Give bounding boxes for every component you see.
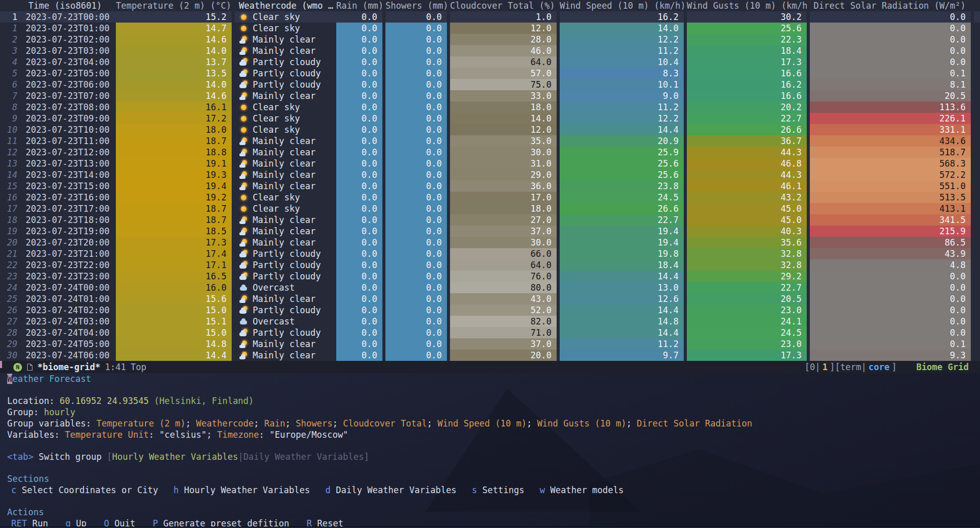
weather-clear-icon bbox=[239, 103, 249, 112]
weather-mainly-icon bbox=[239, 227, 249, 236]
workspace-indicator: [0| bbox=[805, 362, 821, 372]
cell-wind-gusts: 45.0 bbox=[687, 214, 810, 226]
cell-cloudcover: 17.0 bbox=[450, 192, 560, 203]
cell-wind-gusts: 35.6 bbox=[687, 237, 810, 248]
section-settings[interactable]: s Settings bbox=[472, 484, 524, 496]
cell-wind-speed: 14.4 bbox=[560, 124, 687, 135]
separator: ; bbox=[285, 418, 296, 429]
cell-solar-radiation: 331.1 bbox=[810, 124, 974, 135]
cell-rain: 0.0 bbox=[336, 90, 385, 101]
cell-wind-gusts: 23.0 bbox=[687, 338, 810, 350]
keybinding-label: Hourly Weather Variables bbox=[179, 485, 310, 495]
table-row: 14 2023-07-23T14:00 19.3 Mainly clear 0.… bbox=[0, 169, 980, 180]
cell-cloudcover: 57.0 bbox=[450, 68, 560, 79]
cell-weathercode: Mainly clear bbox=[235, 180, 336, 192]
cell-cloudcover: 37.0 bbox=[450, 226, 560, 237]
cell-cloudcover: 36.0 bbox=[450, 180, 560, 192]
cell-rain: 0.0 bbox=[336, 169, 385, 180]
cell-temperature: 18.5 bbox=[116, 226, 235, 237]
cell-solar-radiation: 551.0 bbox=[810, 180, 974, 192]
cell-rain: 0.0 bbox=[336, 124, 385, 135]
line-number: 5 bbox=[0, 68, 23, 79]
cell-wind-gusts: 32.8 bbox=[687, 259, 810, 271]
weather-mainly-icon bbox=[239, 148, 249, 157]
cell-rain: 0.0 bbox=[336, 327, 385, 338]
group-variable: Wind Gusts (10 m) bbox=[537, 418, 626, 429]
line-number: 8 bbox=[0, 101, 23, 113]
cell-solar-radiation: 0.1 bbox=[810, 338, 974, 350]
section-daily-weather-variables[interactable]: d Daily Weather Variables bbox=[325, 484, 457, 496]
cell-wind-speed: 12.2 bbox=[560, 34, 687, 45]
cell-temperature: 16.0 bbox=[116, 282, 235, 293]
section-select-coordinates-or-city[interactable]: c Select Coordinates or City bbox=[11, 484, 158, 496]
cell-wind-gusts: 32.8 bbox=[687, 248, 810, 259]
cell-weathercode: Partly cloudy bbox=[235, 248, 336, 259]
section-hourly-weather-variables[interactable]: h Hourly Weather Variables bbox=[174, 484, 310, 496]
cloud-icon bbox=[239, 221, 246, 224]
cell-weathercode: Mainly clear bbox=[235, 237, 336, 248]
cloud-icon bbox=[239, 62, 247, 66]
weather-partly-icon bbox=[239, 329, 249, 337]
cell-temperature: 14.8 bbox=[116, 338, 235, 350]
tab-option-hourly[interactable]: Hourly Weather Variables bbox=[112, 452, 238, 462]
cell-wind-gusts: 45.0 bbox=[687, 203, 810, 214]
table-row: 1 2023-07-23T01:00 14.7 Clear sky 0.0 0.… bbox=[0, 23, 980, 34]
keybinding[interactable]: s bbox=[472, 485, 477, 495]
cell-temperature: 18.7 bbox=[116, 135, 235, 147]
cell-cloudcover: 76.0 bbox=[450, 271, 560, 282]
cell-wind-speed: 25.6 bbox=[560, 169, 687, 180]
keybinding[interactable]: c bbox=[11, 485, 16, 495]
group-variables-line: Group variables: Temperature (2 m); Weat… bbox=[0, 418, 980, 429]
tab-key[interactable]: <tab> bbox=[7, 452, 33, 462]
cell-cloudcover: 66.0 bbox=[450, 248, 560, 259]
buffer-name[interactable]: *biome-grid* bbox=[37, 362, 100, 372]
cell-wind-speed: 9.0 bbox=[560, 90, 687, 101]
weather-label: Clear sky bbox=[253, 125, 300, 135]
cell-wind-speed: 19.8 bbox=[560, 248, 687, 259]
cell-time: 2023-07-23T08:00 bbox=[23, 101, 116, 113]
weather-clear-icon bbox=[239, 205, 249, 213]
keybinding[interactable]: h bbox=[174, 485, 179, 495]
keybinding[interactable]: w bbox=[540, 485, 545, 495]
cell-rain: 0.0 bbox=[336, 45, 385, 56]
table-row: 23 2023-07-23T23:00 16.5 Partly cloudy 0… bbox=[0, 271, 980, 282]
env-active[interactable]: core bbox=[868, 362, 889, 372]
keybinding[interactable]: d bbox=[325, 485, 331, 495]
cell-solar-radiation: 0.0 bbox=[810, 11, 974, 23]
workspace-active[interactable]: 1 bbox=[823, 362, 828, 372]
cell-time: 2023-07-23T05:00 bbox=[23, 68, 116, 79]
cell-weathercode: Mainly clear bbox=[235, 350, 336, 361]
weather-mainly-icon bbox=[239, 340, 249, 349]
section-weather-models[interactable]: w Weather models bbox=[540, 484, 624, 496]
group-variable: Direct Solar Radiation bbox=[637, 418, 752, 429]
separator: ; bbox=[186, 418, 196, 429]
cell-weathercode: Mainly clear bbox=[235, 226, 336, 237]
cell-wind-gusts: 30.2 bbox=[687, 11, 810, 23]
tab-option-daily[interactable]: Daily Weather Variables bbox=[243, 452, 364, 462]
cell-time: 2023-07-24T02:00 bbox=[23, 304, 116, 316]
cloud-icon bbox=[239, 176, 246, 179]
line-number: 6 bbox=[0, 79, 23, 90]
group-label: Group: bbox=[7, 407, 44, 417]
cell-temperature: 19.4 bbox=[116, 180, 235, 192]
weather-mainly-icon bbox=[239, 159, 249, 168]
separator: : bbox=[259, 430, 269, 440]
line-number: 1 bbox=[0, 23, 23, 34]
cloud-icon bbox=[239, 187, 246, 190]
weather-label: Partly cloudy bbox=[253, 305, 321, 315]
weather-mainly-icon bbox=[239, 295, 249, 303]
weather-label: Mainly clear bbox=[253, 91, 316, 101]
cell-time: 2023-07-23T23:00 bbox=[23, 271, 116, 282]
cell-rain: 0.0 bbox=[336, 11, 385, 23]
major-mode-name[interactable]: Biome Grid bbox=[916, 362, 969, 372]
cell-showers: 0.0 bbox=[385, 226, 450, 237]
line-number: 7 bbox=[0, 90, 23, 101]
cell-time: 2023-07-23T02:00 bbox=[23, 34, 116, 45]
cell-temperature: 18.8 bbox=[116, 147, 235, 158]
cell-time: 2023-07-24T06:00 bbox=[23, 350, 116, 361]
cloud-icon bbox=[239, 253, 247, 257]
switch-group-label: Switch group bbox=[33, 452, 107, 462]
cell-wind-gusts: 24.5 bbox=[687, 327, 810, 338]
separator: ; bbox=[626, 418, 637, 429]
weather-label: Mainly clear bbox=[253, 170, 316, 180]
